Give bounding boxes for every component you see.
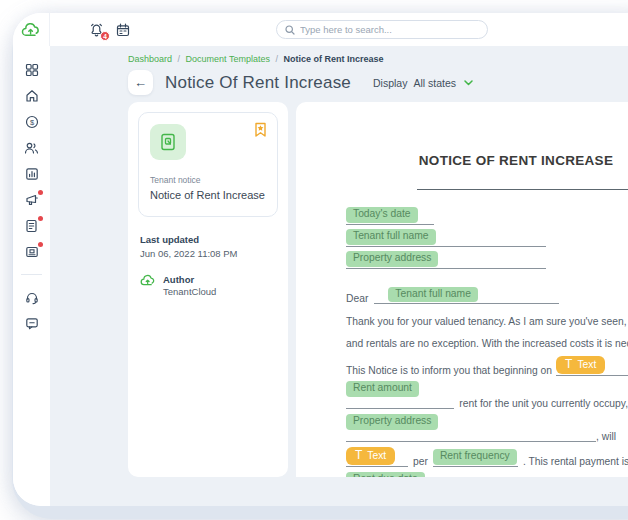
sidebar-item-reports[interactable] (24, 166, 40, 181)
search-icon (285, 25, 295, 35)
back-button[interactable]: ← (128, 70, 153, 95)
author-cloud-icon (140, 274, 156, 287)
payments-icon: $ (25, 115, 39, 129)
blank-line (556, 374, 628, 376)
contacts-icon (24, 141, 39, 155)
dear-field: Tenant full name (374, 287, 559, 305)
property-address-block: Property address , will (346, 414, 628, 442)
field-chip-rent-due-date[interactable]: Rent due date (346, 472, 425, 477)
bookmark-badge-icon[interactable] (254, 122, 267, 138)
field-todays-date: Today's date (346, 207, 628, 225)
sidebar: $ (13, 46, 50, 506)
signature-line (417, 189, 628, 190)
template-card[interactable]: Tenant notice Notice of Rent Increase (138, 112, 278, 217)
field-chip-tenant-full-name[interactable]: Tenant full name (346, 229, 436, 245)
author-value: TenantCloud (163, 286, 216, 297)
global-search (276, 20, 488, 39)
dear-line: Dear Tenant full name (346, 287, 628, 305)
text-tool-icon: T (355, 448, 362, 463)
breadcrumb-document-templates[interactable]: Document Templates (186, 54, 270, 64)
top-bar: 4 (13, 13, 628, 46)
app-body: $ (13, 46, 628, 506)
display-label: Display (373, 77, 407, 89)
per-text: per (413, 456, 428, 467)
content-area: Dashboard / Document Templates / Notice … (50, 46, 628, 506)
page-header: ← Notice Of Rent Increase Display All st… (128, 70, 628, 95)
panels-row: Tenant notice Notice of Rent Increase La… (128, 102, 628, 477)
blank-line (346, 465, 408, 467)
paragraph-text: This Notice is to inform you that beginn… (346, 365, 552, 376)
breadcrumb-separator: / (178, 54, 181, 64)
paragraph-line: and rentals are no exception. With the i… (346, 338, 628, 349)
paragraph-text: , will (596, 431, 616, 442)
support-headset-icon (25, 291, 39, 305)
template-tile (150, 124, 186, 160)
search-input[interactable] (300, 24, 479, 35)
rent-due-date-field: Rent due date (346, 472, 431, 477)
sidebar-item-home[interactable] (24, 88, 40, 103)
beginning-on-line: This Notice is to inform you that beginn… (346, 356, 628, 376)
notification-dot (38, 242, 43, 247)
document-fields: Today's date Tenant full name Property a… (346, 207, 628, 269)
template-meta: Last updated Jun 06, 2022 11:08 PM Autho… (138, 234, 278, 297)
page-title: Notice Of Rent Increase (165, 73, 351, 93)
text-field: TText (346, 447, 408, 467)
field-chip-property-address[interactable]: Property address (346, 414, 438, 430)
notifications-count-badge: 4 (100, 31, 110, 41)
breadcrumb-dashboard[interactable]: Dashboard (128, 54, 172, 64)
paragraph-text: rent for the unit you currently occupy, (459, 398, 628, 409)
template-category: Tenant notice (150, 175, 266, 185)
sidebar-item-payments[interactable]: $ (24, 114, 40, 129)
blank-line (346, 267, 546, 269)
chevron-down-icon (464, 80, 473, 86)
calendar-button[interactable] (116, 23, 130, 37)
paragraph-line: Thank you for your valued tenancy. As I … (346, 316, 628, 327)
sidebar-divider (21, 274, 42, 275)
sidebar-item-dashboard[interactable] (24, 62, 40, 77)
field-chip-todays-date[interactable]: Today's date (346, 207, 418, 223)
last-updated-value: Jun 06, 2022 11:08 PM (140, 248, 278, 259)
sidebar-item-documents[interactable] (24, 218, 40, 233)
last-updated-label: Last updated (140, 234, 278, 245)
field-chip-text[interactable]: TText (346, 447, 395, 465)
blank-line (346, 432, 596, 442)
app-window: 4 (13, 13, 628, 506)
rent-amount-block: Rent amount rent for the unit you curren… (346, 381, 628, 409)
logo-cell[interactable] (13, 13, 50, 46)
field-chip-rent-amount[interactable]: Rent amount (346, 381, 419, 397)
field-chip-property-address[interactable]: Property address (346, 251, 438, 267)
author-row: Author TenantCloud (140, 274, 278, 297)
display-value: All states (413, 77, 456, 89)
field-chip-tenant-full-name[interactable]: Tenant full name (388, 287, 478, 303)
text-tool-icon: T (565, 357, 572, 372)
breadcrumb-separator: / (275, 54, 278, 64)
template-info-panel: Tenant notice Notice of Rent Increase La… (128, 102, 288, 477)
sidebar-item-support[interactable] (24, 290, 40, 305)
sidebar-item-marketing[interactable] (24, 192, 40, 207)
reports-icon (25, 167, 39, 181)
blank-line (346, 223, 434, 225)
display-states-dropdown[interactable]: Display All states (373, 77, 473, 89)
tenantcloud-logo-icon (21, 22, 41, 38)
documents-icon (25, 219, 38, 233)
blank-line (346, 399, 454, 409)
notifications-button[interactable]: 4 (89, 22, 104, 37)
blank-line (433, 465, 518, 467)
dashboard-icon (25, 63, 39, 77)
sidebar-item-listings[interactable] (24, 244, 40, 259)
paragraph-text: . This rental payment is due (523, 456, 628, 467)
breadcrumb: Dashboard / Document Templates / Notice … (128, 54, 628, 65)
listings-icon (25, 245, 39, 259)
menu-toggle-icon[interactable] (61, 24, 76, 35)
marketing-icon (25, 193, 39, 207)
text-field: TText (556, 356, 628, 376)
rent-due-date-line: Rent due date . (346, 472, 628, 477)
dear-text: Dear (346, 293, 368, 304)
field-chip-rent-frequency[interactable]: Rent frequency (433, 449, 517, 465)
sidebar-item-feedback[interactable] (24, 316, 40, 331)
blank-line (374, 302, 559, 304)
sidebar-item-contacts[interactable] (24, 140, 40, 155)
field-chip-text[interactable]: TText (556, 356, 605, 374)
calendar-icon (116, 23, 130, 37)
notification-dot (38, 216, 43, 221)
